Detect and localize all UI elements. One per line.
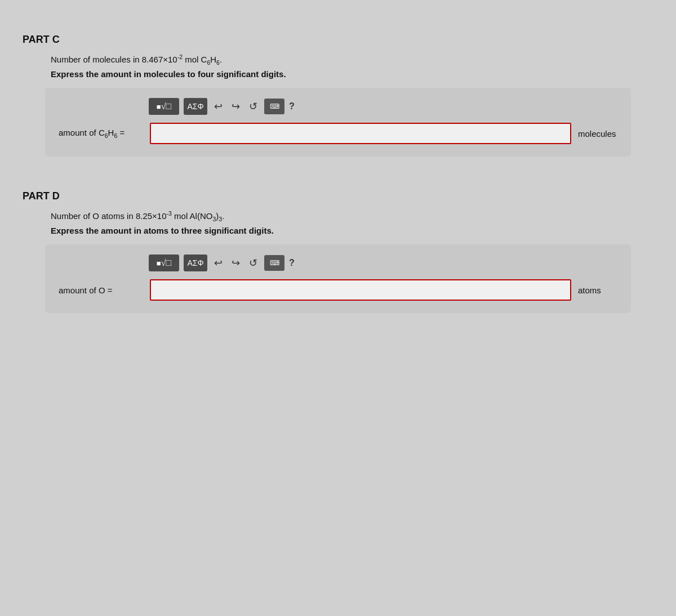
aze-button-d[interactable]: ΑΣΦ (184, 255, 207, 271)
sqrt-button-d[interactable]: ■√□ (149, 255, 179, 271)
part-c-label: PART C (23, 34, 653, 46)
keyboard-button-d[interactable]: ⌨ (264, 255, 284, 271)
part-c-input-row: amount of C6H6 = molecules (59, 123, 617, 144)
keyboard-button-c[interactable]: ⌨ (264, 99, 284, 114)
redo-button-c[interactable]: ↪ (229, 98, 242, 115)
undo-button-d[interactable]: ↩ (212, 255, 225, 271)
part-d-unit: atoms (578, 285, 617, 295)
part-c-answer-input[interactable] (150, 123, 571, 144)
part-d-input-row: amount of O = atoms (59, 279, 617, 301)
part-d-description: Number of O atoms in 8.25×10-3 mol Al(NO… (23, 210, 653, 222)
part-c-section: PART C Number of molecules in 8.467×10-2… (23, 34, 653, 157)
part-d-label: PART D (23, 190, 653, 202)
keyboard-icon-c: ⌨ (270, 102, 279, 110)
sqrt-icon-c: ■√□ (157, 101, 171, 111)
part-c-instruction: Express the amount in molecules to four … (23, 69, 653, 79)
part-c-toolbar: ■√□ ΑΣΦ ↩ ↪ ↺ ⌨ ? (59, 98, 617, 115)
redo-button-d[interactable]: ↪ (229, 255, 242, 271)
part-c-input-label: amount of C6H6 = (59, 128, 143, 139)
aze-label-d: ΑΣΦ (187, 258, 203, 267)
redo-icon-d: ↪ (232, 257, 240, 269)
part-d-section: PART D Number of O atoms in 8.25×10-3 mo… (23, 190, 653, 313)
redo-icon-c: ↪ (232, 100, 240, 113)
aze-button-c[interactable]: ΑΣΦ (184, 98, 207, 115)
undo-icon-d: ↩ (214, 257, 223, 269)
part-d-input-label: amount of O = (59, 285, 143, 295)
aze-label-c: ΑΣΦ (187, 102, 203, 111)
part-c-unit: molecules (578, 129, 617, 139)
keyboard-icon-d: ⌨ (270, 259, 279, 267)
sqrt-icon-d: ■√□ (157, 258, 171, 268)
part-c-description: Number of molecules in 8.467×10-2 mol C6… (23, 53, 653, 66)
sqrt-button-c[interactable]: ■√□ (149, 98, 179, 115)
part-d-answer-input[interactable] (150, 279, 571, 301)
refresh-button-c[interactable]: ↺ (247, 98, 260, 115)
undo-button-c[interactable]: ↩ (212, 98, 225, 115)
part-c-answer-box: ■√□ ΑΣΦ ↩ ↪ ↺ ⌨ ? amount of C6H6 = (45, 88, 631, 157)
part-d-answer-box: ■√□ ΑΣΦ ↩ ↪ ↺ ⌨ ? amount of O = atoms (45, 244, 631, 313)
refresh-icon-c: ↺ (249, 100, 257, 113)
refresh-icon-d: ↺ (249, 257, 257, 269)
undo-icon-c: ↩ (214, 100, 223, 113)
help-d: ? (289, 258, 295, 268)
help-c: ? (289, 101, 295, 111)
refresh-button-d[interactable]: ↺ (247, 255, 260, 271)
part-d-instruction: Express the amount in atoms to three sig… (23, 226, 653, 235)
part-d-toolbar: ■√□ ΑΣΦ ↩ ↪ ↺ ⌨ ? (59, 255, 617, 271)
